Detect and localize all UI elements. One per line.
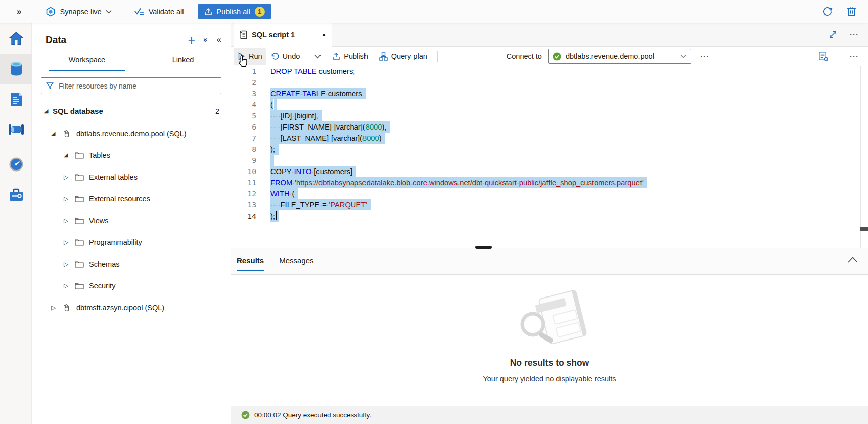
toolbar-overflow-icon[interactable]: ···	[850, 52, 859, 61]
code-line-text	[270, 155, 274, 166]
query-plan-button[interactable]: Query plan	[375, 48, 431, 65]
tree-item-label: Tables	[89, 151, 110, 159]
collapse-panel-icon[interactable]: «	[217, 35, 221, 45]
publish-all-button[interactable]: Publish all 1	[198, 4, 271, 19]
nav-home[interactable]	[0, 23, 32, 54]
sql-code-editor[interactable]: 1DROP TABLE customers;23CREATE·TABLE·cus…	[231, 66, 868, 248]
collapse-all-icon[interactable]: »	[202, 38, 210, 42]
collapsed-expander-icon[interactable]: ▷	[64, 282, 72, 289]
play-icon	[238, 52, 245, 60]
script-properties-icon[interactable]	[818, 51, 829, 62]
tree-item[interactable]: ▷Programmability	[32, 231, 231, 253]
code-line: 2	[231, 77, 868, 88]
query-plan-icon	[379, 52, 388, 61]
run-button[interactable]: Run	[234, 48, 266, 65]
sql-pool-icon	[62, 129, 71, 138]
tree-item-label: dbtlabs.revenue.demo.pool (SQL)	[76, 130, 187, 138]
connected-pool-name: dbtlabs.revenue.demo.pool	[566, 52, 676, 60]
expanded-expander-icon[interactable]: ◢	[64, 152, 72, 158]
tree-item[interactable]: ▷Security	[32, 275, 231, 296]
code-line-text: FROM·'https://dbtlabsynapsedatalake.blob…	[270, 177, 644, 188]
undo-redo-dropdown[interactable]	[310, 48, 325, 65]
filter-resources-input[interactable]	[58, 81, 216, 91]
tree-item-count: 2	[215, 107, 219, 115]
nav-monitor[interactable]	[0, 149, 32, 180]
add-resource-icon[interactable]: +	[188, 35, 196, 45]
code-line-text: ····FILE_TYPE·=·'PARQUET'	[270, 199, 367, 210]
nav-data[interactable]	[0, 54, 32, 84]
collapse-results-chevron-icon[interactable]	[847, 256, 858, 263]
filter-resources-box[interactable]	[41, 77, 221, 94]
filter-funnel-icon	[46, 82, 54, 90]
tree-item[interactable]: ◢SQL database2	[32, 100, 231, 122]
toolbar-separator	[437, 51, 438, 62]
code-line: 1DROP TABLE customers;	[231, 66, 868, 77]
expand-editor-icon[interactable]	[828, 30, 838, 39]
query-status-bar: 00:00:02 Query executed successfully.	[231, 406, 868, 424]
collapsed-expander-icon[interactable]: ▷	[64, 217, 72, 224]
query-status-text: 00:00:02 Query executed successfully.	[254, 411, 371, 419]
collapsed-expander-icon[interactable]: ▷	[64, 239, 72, 246]
query-plan-label: Query plan	[391, 52, 427, 60]
refresh-icon[interactable]	[821, 6, 833, 17]
nav-develop[interactable]	[0, 84, 32, 114]
tab-linked[interactable]: Linked	[145, 56, 221, 71]
collapsed-expander-icon[interactable]: ▷	[64, 174, 72, 181]
tree-item[interactable]: ▷External resources	[32, 188, 231, 209]
tree-item[interactable]: ▷Views	[32, 209, 231, 231]
pipeline-icon	[8, 123, 24, 136]
results-resize-handle[interactable]	[475, 246, 492, 249]
chevron-down-icon	[314, 54, 321, 59]
tree-item-label: SQL database	[53, 107, 103, 115]
folder-icon	[75, 174, 84, 181]
code-line-text: ····[LAST_NAME]·[varchar](8000)	[270, 133, 382, 144]
line-number: 7	[231, 133, 256, 144]
connect-to-pool-dropdown[interactable]: dbtlabs.revenue.demo.pool	[548, 49, 691, 64]
expanded-expander-icon[interactable]: ◢	[51, 130, 60, 137]
tab-sql-script-1[interactable]: SQL script 1 ●	[234, 23, 332, 47]
tree-item[interactable]: ▷dbtmsft.azsyn.cipool (SQL)	[32, 296, 231, 318]
code-line-text: (	[270, 99, 273, 110]
main-work-area: SQL script 1 ● ··· Run	[231, 23, 868, 424]
collapsed-expander-icon[interactable]: ▷	[64, 195, 72, 202]
toolbar-separator	[307, 51, 307, 62]
scrollbar-thumb[interactable]	[860, 227, 868, 231]
nav-integrate[interactable]	[0, 114, 32, 145]
tree-item[interactable]: ▷External tables	[32, 166, 231, 188]
line-number: 8	[231, 144, 256, 155]
editor-scrollbar[interactable]	[860, 66, 868, 248]
environment-selector[interactable]: Synapse live	[45, 7, 111, 17]
line-number: 2	[231, 77, 256, 88]
nav-manage[interactable]	[0, 180, 32, 210]
collapsed-expander-icon[interactable]: ▷	[51, 304, 60, 311]
tree-item[interactable]: ◢dbtlabs.revenue.demo.pool (SQL)	[32, 122, 231, 144]
code-line: 4(	[231, 99, 868, 110]
publish-upload-icon	[332, 52, 340, 60]
line-number: 1	[231, 66, 256, 77]
tab-results[interactable]: Results	[237, 256, 264, 271]
expanded-expander-icon[interactable]: ◢	[44, 108, 53, 114]
validate-all-button[interactable]: Validate all	[134, 7, 184, 16]
tab-messages[interactable]: Messages	[279, 256, 313, 271]
publish-button[interactable]: Publish	[328, 48, 372, 65]
code-line: 12WITH·(	[231, 188, 868, 199]
line-number: 11	[231, 177, 256, 188]
code-line-text: CREATE·TABLE·customers	[270, 88, 362, 99]
undo-icon	[270, 52, 279, 60]
code-line: 9	[231, 155, 868, 166]
tree-item[interactable]: ▷Schemas	[32, 253, 231, 275]
validate-check-icon	[134, 7, 145, 16]
discard-trash-icon[interactable]	[846, 6, 857, 17]
sql-pool-icon	[62, 303, 71, 312]
tree-item[interactable]: ◢Tables	[32, 144, 231, 166]
data-panel-tabs: Workspace Linked	[49, 56, 231, 71]
tab-more-actions-icon[interactable]: ···	[850, 30, 859, 39]
expand-menu-icon[interactable]: »	[17, 7, 21, 17]
code-line-text: ····[ID]·[bigint],	[270, 110, 318, 121]
toolbar-more-actions-icon[interactable]: ···	[700, 52, 709, 61]
collapsed-expander-icon[interactable]: ▷	[64, 261, 72, 268]
undo-button[interactable]: Undo	[266, 48, 304, 65]
folder-icon	[75, 195, 84, 202]
results-panel-header: Results Messages	[231, 248, 868, 275]
tab-workspace[interactable]: Workspace	[49, 56, 125, 71]
